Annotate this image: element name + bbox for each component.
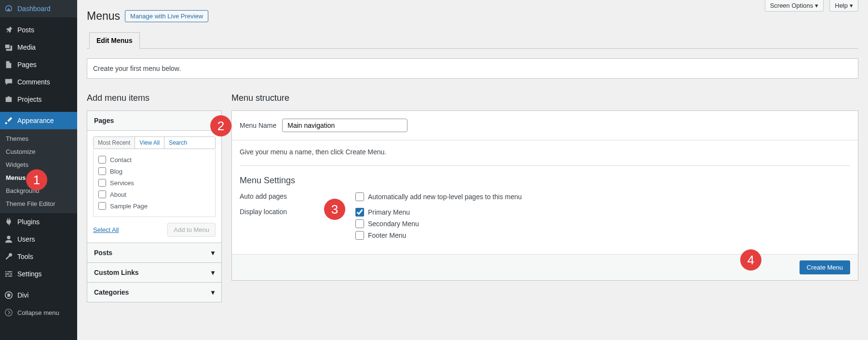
sidebar-label: Users <box>17 235 35 243</box>
panel-custom-header[interactable]: Custom Links ▾ <box>87 262 221 282</box>
add-menu-items-column: Add menu items Pages ▴ Most Recent View … <box>87 93 222 302</box>
display-location-row: Display location Primary Menu Secondary … <box>240 208 850 243</box>
svg-point-2 <box>5 309 12 316</box>
collapse-menu[interactable]: Collapse menu <box>0 304 77 321</box>
page-label: Services <box>110 179 134 187</box>
sidebar-label: Comments <box>17 78 50 86</box>
sidebar-item-media[interactable]: Media <box>0 39 77 56</box>
page-title: Menus <box>87 10 120 23</box>
page-label: Contact <box>110 156 132 163</box>
panel-posts-label: Posts <box>94 249 112 257</box>
location-primary-checkbox[interactable] <box>355 208 364 217</box>
auto-add-text: Automatically add new top-level pages to… <box>368 193 522 201</box>
location-text: Footer Menu <box>368 231 406 239</box>
tab-edit-menus[interactable]: Edit Menus <box>89 32 140 49</box>
user-icon <box>4 234 14 244</box>
sidebar-item-plugins[interactable]: Plugins <box>0 213 77 231</box>
submenu-widgets[interactable]: Widgets <box>0 158 77 171</box>
panel-pages-header[interactable]: Pages ▴ <box>87 111 221 131</box>
gauge-icon <box>4 4 14 14</box>
sidebar-label: Divi <box>17 291 28 299</box>
sidebar-item-projects[interactable]: Projects <box>0 91 77 108</box>
location-primary[interactable]: Primary Menu <box>355 208 419 217</box>
subtab-recent[interactable]: Most Recent <box>94 137 135 149</box>
submenu-themes[interactable]: Themes <box>0 132 77 145</box>
sidebar-item-divi[interactable]: Divi <box>0 286 77 304</box>
panel-pages-body: Most Recent View All Search Contact Blog… <box>87 131 221 243</box>
menu-settings-title: Menu Settings <box>240 176 850 186</box>
sidebar-item-settings[interactable]: Settings <box>0 265 77 283</box>
page-icon <box>4 60 14 69</box>
panel-foot: Create Menu <box>232 254 858 280</box>
panel-head: Menu Name <box>232 111 858 140</box>
pages-checklist: Contact Blog Services About Sample Page <box>93 149 216 217</box>
page-label: About <box>110 191 126 198</box>
panel-pages-label: Pages <box>94 117 114 124</box>
sidebar-item-tools[interactable]: Tools <box>0 248 77 265</box>
panel-categories-header[interactable]: Categories ▾ <box>87 282 221 302</box>
auto-add-checkbox[interactable] <box>355 192 364 201</box>
location-footer[interactable]: Footer Menu <box>355 231 419 240</box>
submenu-customize[interactable]: Customize <box>0 145 77 158</box>
screen-options-label: Screen Options <box>770 2 814 9</box>
chevron-down-icon: ▾ <box>815 2 818 9</box>
select-all-link[interactable]: Select All <box>93 226 119 233</box>
panel-posts-header[interactable]: Posts ▾ <box>87 243 221 262</box>
add-to-menu-button[interactable]: Add to Menu <box>167 223 216 237</box>
divi-icon <box>4 290 14 300</box>
admin-sidebar: Dashboard Posts Media Pages Comments Pro… <box>0 0 77 340</box>
submenu-background[interactable]: Background <box>0 184 77 197</box>
auto-add-option[interactable]: Automatically add new top-level pages to… <box>355 192 522 201</box>
pin-icon <box>4 25 14 35</box>
menu-panel: Menu Name Give your menu a name, then cl… <box>231 110 858 281</box>
add-items-title: Add menu items <box>87 93 222 103</box>
media-icon <box>4 42 14 52</box>
menu-name-input[interactable] <box>282 119 407 132</box>
panel-categories-label: Categories <box>94 288 129 296</box>
sidebar-label: Plugins <box>17 218 40 226</box>
subtab-search[interactable]: Search <box>164 137 191 149</box>
location-secondary-checkbox[interactable] <box>355 219 364 228</box>
create-menu-button[interactable]: Create Menu <box>800 260 850 274</box>
sidebar-item-dashboard[interactable]: Dashboard <box>0 0 77 17</box>
help-button[interactable]: Help ▾ <box>829 0 858 12</box>
list-item: Sample Page <box>96 200 212 212</box>
main-content: Screen Options ▾ Help ▾ Menus Manage wit… <box>77 0 868 340</box>
list-item: About <box>96 189 212 200</box>
sidebar-label: Dashboard <box>17 5 51 13</box>
page-checkbox[interactable] <box>98 156 106 163</box>
sidebar-item-pages[interactable]: Pages <box>0 56 77 73</box>
panel-custom-label: Custom Links <box>94 269 139 276</box>
page-checkbox[interactable] <box>98 202 106 210</box>
live-preview-button[interactable]: Manage with Live Preview <box>125 10 208 22</box>
portfolio-icon <box>4 95 14 104</box>
page-checkbox[interactable] <box>98 190 106 198</box>
screen-options-button[interactable]: Screen Options ▾ <box>765 0 824 12</box>
chevron-up-icon: ▴ <box>211 117 215 124</box>
sidebar-item-users[interactable]: Users <box>0 231 77 248</box>
sidebar-label: Tools <box>17 253 33 260</box>
brush-icon <box>4 116 14 125</box>
subtab-all[interactable]: View All <box>135 137 164 149</box>
location-footer-checkbox[interactable] <box>355 231 364 240</box>
create-first-notice: Create your first menu below. <box>87 58 858 79</box>
list-item: Blog <box>96 165 212 177</box>
plug-icon <box>4 217 14 227</box>
sidebar-item-appearance[interactable]: Appearance <box>0 112 77 129</box>
chevron-down-icon: ▾ <box>211 288 215 296</box>
collapse-label: Collapse menu <box>17 309 59 316</box>
page-checkbox[interactable] <box>98 179 106 187</box>
auto-add-row: Auto add pages Automatically add new top… <box>240 192 850 204</box>
sidebar-item-posts[interactable]: Posts <box>0 21 77 39</box>
menu-structure-column: Menu structure Menu Name Give your menu … <box>231 93 858 302</box>
structure-title: Menu structure <box>231 93 858 103</box>
comment-icon <box>4 77 14 87</box>
submenu-theme-editor[interactable]: Theme File Editor <box>0 197 77 210</box>
location-secondary[interactable]: Secondary Menu <box>355 219 419 228</box>
sidebar-item-comments[interactable]: Comments <box>0 73 77 91</box>
auto-add-label: Auto add pages <box>240 192 355 204</box>
page-checkbox[interactable] <box>98 167 106 175</box>
sidebar-label: Settings <box>17 270 42 278</box>
submenu-menus[interactable]: Menus <box>0 171 77 184</box>
location-text: Secondary Menu <box>368 220 419 228</box>
